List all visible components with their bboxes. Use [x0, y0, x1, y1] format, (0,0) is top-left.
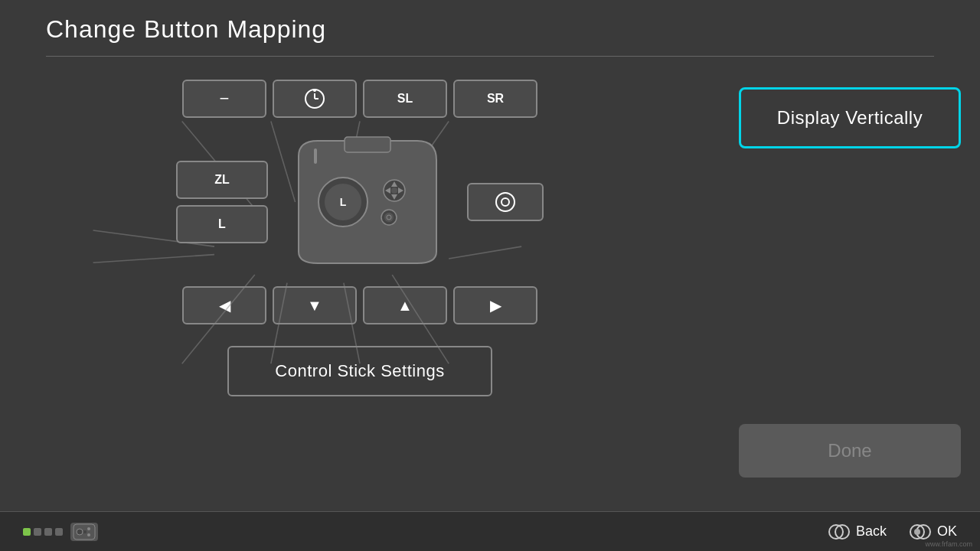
dot-3 [44, 528, 52, 536]
minus-button[interactable]: − [182, 80, 266, 118]
sr-button[interactable]: SR [453, 80, 537, 118]
joycon-svg [72, 523, 96, 540]
controller-body-svg: L [276, 133, 459, 271]
bottom-buttons-row: ◀ ▼ ▲ ▶ [182, 286, 537, 324]
svg-rect-15 [345, 137, 390, 152]
dot-2 [34, 528, 41, 536]
dpad-right-icon: ▶ [490, 296, 501, 315]
svg-point-24 [391, 187, 397, 194]
control-stick-settings-button[interactable]: Control Stick Settings [227, 346, 492, 396]
dpad-up-button[interactable]: ▲ [363, 286, 447, 324]
main-content: − SL SR ZL [0, 57, 980, 523]
dpad-down-button[interactable]: ▼ [273, 286, 357, 324]
capture-button[interactable] [273, 80, 357, 118]
l-label: L [218, 217, 226, 231]
done-button[interactable]: Done [739, 424, 961, 478]
controller-area: − SL SR ZL [0, 57, 720, 523]
sr-label: SR [487, 92, 504, 106]
svg-rect-35 [83, 530, 87, 533]
home-icon [494, 191, 517, 214]
dpad-left-button[interactable]: ◀ [182, 286, 266, 324]
right-panel: Display Vertically Done [720, 57, 980, 523]
svg-point-34 [87, 533, 90, 536]
dpad-right-button[interactable]: ▶ [453, 286, 537, 324]
footer-left [23, 523, 98, 541]
display-vertically-button[interactable]: Display Vertically [739, 87, 961, 148]
svg-point-33 [87, 527, 90, 530]
svg-point-30 [501, 198, 509, 206]
ok-label: OK [937, 523, 957, 540]
svg-rect-28 [314, 148, 317, 164]
zl-button[interactable]: ZL [176, 161, 268, 199]
sl-label: SL [397, 92, 413, 106]
ok-icon [910, 521, 931, 543]
back-label: Back [856, 523, 887, 540]
top-buttons-row: − SL SR [182, 80, 537, 118]
home-button[interactable] [467, 183, 544, 221]
sl-button[interactable]: SL [363, 80, 447, 118]
l-button[interactable]: L [176, 205, 268, 243]
footer-right: Back OK [828, 521, 957, 543]
site-credit: www.frfam.com [925, 540, 972, 548]
ok-footer-btn[interactable]: OK [910, 521, 957, 543]
controller-svg: L [276, 133, 459, 271]
back-footer-btn[interactable]: Back [828, 521, 887, 543]
minus-icon: − [220, 89, 230, 109]
dpad-up-icon: ▲ [397, 297, 413, 315]
svg-point-40 [914, 529, 920, 535]
footer: Back OK [0, 511, 980, 551]
svg-point-29 [496, 193, 514, 211]
svg-point-14 [313, 89, 316, 92]
svg-point-26 [384, 213, 394, 222]
svg-point-32 [77, 529, 83, 535]
left-side-buttons: ZL L [176, 161, 268, 243]
joycon-icon [70, 523, 98, 541]
svg-text:L: L [340, 196, 347, 208]
dpad-down-icon: ▼ [307, 297, 322, 315]
dots-indicator [23, 528, 63, 536]
capture-icon [304, 88, 325, 109]
dpad-left-icon: ◀ [219, 296, 230, 315]
header: Change Button Mapping [0, 0, 980, 57]
zl-label: ZL [214, 173, 230, 187]
page-title: Change Button Mapping [46, 15, 934, 44]
dot-1 [23, 528, 31, 536]
dot-4 [55, 528, 63, 536]
right-side-buttons [467, 183, 544, 221]
controller-body-row: ZL L L [176, 133, 544, 271]
back-icon [828, 521, 850, 543]
